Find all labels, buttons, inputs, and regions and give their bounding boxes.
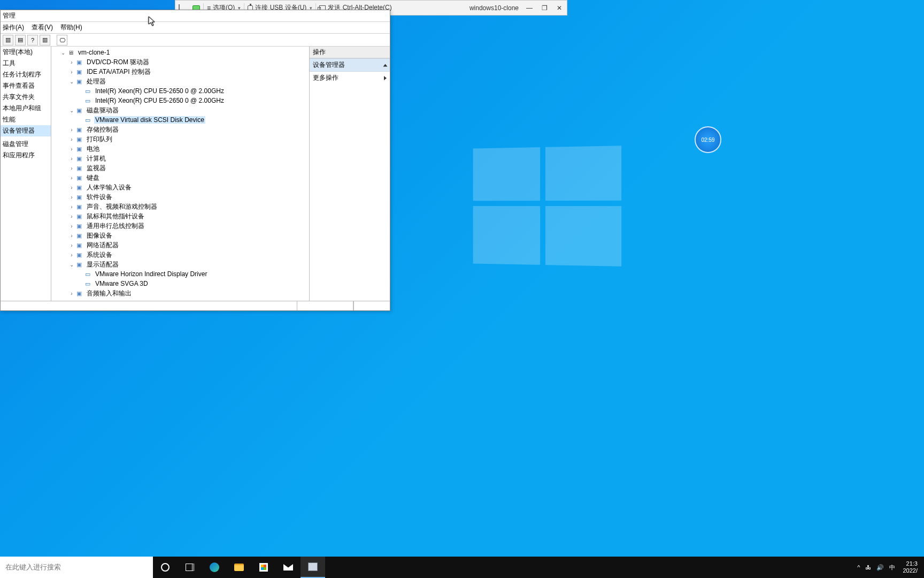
tree-category-node[interactable]: ›▣打印队列 bbox=[51, 134, 309, 144]
vmware-vm-title: windows10-clone bbox=[466, 1, 522, 15]
tray-ime-indicator[interactable]: 中 bbox=[889, 564, 895, 572]
tree-category-node[interactable]: ⌄▣处理器 bbox=[51, 77, 309, 86]
expand-toggle[interactable]: › bbox=[68, 233, 75, 239]
tree-category-node[interactable]: ⌄▣磁盘驱动器 bbox=[51, 105, 309, 115]
expand-toggle[interactable]: ⌄ bbox=[68, 108, 75, 113]
menu-help[interactable]: 帮助(H) bbox=[60, 23, 82, 32]
expand-toggle[interactable]: › bbox=[68, 214, 75, 219]
taskbar-cortana-button[interactable] bbox=[153, 557, 178, 578]
tree-device-label: VMware Horizon Indirect Display Driver bbox=[94, 270, 208, 278]
expand-toggle[interactable]: › bbox=[68, 69, 75, 75]
tree-root-node[interactable]: ⌄🖥vm-clone-1 bbox=[51, 48, 309, 57]
tree-device-node[interactable]: ▭VMware Horizon Indirect Display Driver bbox=[51, 269, 309, 279]
expand-toggle[interactable]: › bbox=[68, 136, 75, 142]
tree-category-node[interactable]: ›▣网络适配器 bbox=[51, 240, 309, 250]
vmware-minimize-button[interactable]: — bbox=[522, 1, 537, 15]
expand-toggle[interactable]: › bbox=[68, 204, 75, 210]
tray-volume-icon[interactable]: 🔊 bbox=[876, 564, 884, 571]
toolbar-button-2[interactable]: ▤ bbox=[15, 35, 26, 45]
tray-chevron-icon[interactable]: ^ bbox=[857, 564, 860, 571]
tree-category-node[interactable]: ›▣鼠标和其他指针设备 bbox=[51, 211, 309, 221]
expand-toggle[interactable]: › bbox=[68, 127, 75, 133]
tree-category-node[interactable]: ›▣人体学输入设备 bbox=[51, 182, 309, 192]
toolbar-button-3[interactable]: ? bbox=[27, 35, 38, 45]
taskbar-store-button[interactable] bbox=[251, 557, 276, 578]
left-nav-item[interactable]: 本地用户和组 bbox=[1, 103, 51, 114]
menu-action[interactable]: 操作(A) bbox=[3, 23, 24, 32]
tree-category-node[interactable]: ›▣监视器 bbox=[51, 163, 309, 173]
device-category-icon: ▣ bbox=[75, 184, 83, 191]
left-nav-pane[interactable]: 管理(本地)工具任务计划程序事件查看器共享文件夹本地用户和组性能设备管理器磁盘管… bbox=[1, 47, 51, 301]
tree-category-label: 鼠标和其他指针设备 bbox=[86, 212, 145, 221]
tree-device-node[interactable]: ▭VMware Virtual disk SCSI Disk Device bbox=[51, 115, 309, 125]
tree-category-node[interactable]: ›▣声音、视频和游戏控制器 bbox=[51, 202, 309, 211]
vmware-restore-button[interactable]: ❐ bbox=[537, 1, 552, 15]
expand-toggle[interactable]: › bbox=[68, 59, 75, 65]
taskbar-edge-button[interactable] bbox=[202, 557, 227, 578]
tree-device-node[interactable]: ▭VMware SVGA 3D bbox=[51, 279, 309, 288]
expand-toggle[interactable]: › bbox=[68, 252, 75, 258]
actions-pane-more[interactable]: 更多操作 bbox=[310, 72, 390, 84]
expand-toggle[interactable]: ⌄ bbox=[60, 50, 66, 56]
toolbar-button-4[interactable]: ▥ bbox=[40, 35, 50, 45]
left-nav-item[interactable]: 任务计划程序 bbox=[1, 69, 51, 80]
tree-category-node[interactable]: ›▣计算机 bbox=[51, 154, 309, 163]
actions-pane-context[interactable]: 设备管理器 bbox=[310, 58, 390, 72]
vmware-close-button[interactable]: ✕ bbox=[552, 1, 567, 15]
tree-category-node[interactable]: ⌄▣显示适配器 bbox=[51, 260, 309, 269]
tree-category-node[interactable]: ›▣键盘 bbox=[51, 173, 309, 182]
tray-clock[interactable]: 21:3 2022/ bbox=[900, 560, 920, 574]
expand-toggle[interactable]: › bbox=[68, 194, 75, 200]
left-nav-item[interactable]: 设备管理器 bbox=[1, 125, 51, 136]
left-nav-item[interactable]: 工具 bbox=[1, 58, 51, 69]
window-title-text: 管理 bbox=[3, 11, 16, 20]
device-tree-pane[interactable]: ⌄🖥vm-clone-1›▣DVD/CD-ROM 驱动器›▣IDE ATA/AT… bbox=[51, 47, 310, 301]
tree-category-node[interactable]: ›▣图像设备 bbox=[51, 231, 309, 240]
tree-device-label: Intel(R) Xeon(R) CPU E5-2650 0 @ 2.00GHz bbox=[94, 87, 225, 95]
chevron-right-icon bbox=[384, 76, 387, 80]
expand-toggle[interactable]: › bbox=[68, 185, 75, 191]
tray-network-icon[interactable]: 🖧 bbox=[865, 564, 871, 571]
tree-category-node[interactable]: ›▣通用串行总线控制器 bbox=[51, 221, 309, 231]
expand-toggle[interactable]: ⌄ bbox=[68, 79, 75, 85]
taskbar-explorer-button[interactable] bbox=[227, 557, 251, 578]
taskbar-mgmt-button[interactable] bbox=[301, 557, 325, 578]
left-nav-item[interactable]: 管理(本地) bbox=[1, 47, 51, 58]
expand-toggle[interactable]: › bbox=[68, 223, 75, 229]
tree-category-node[interactable]: ›▣DVD/CD-ROM 驱动器 bbox=[51, 57, 309, 67]
expand-toggle[interactable]: › bbox=[68, 175, 75, 181]
left-nav-item[interactable]: 磁盘管理 bbox=[1, 139, 51, 150]
tree-device-node[interactable]: ▭Intel(R) Xeon(R) CPU E5-2650 0 @ 2.00GH… bbox=[51, 96, 309, 105]
expand-toggle[interactable]: › bbox=[68, 291, 75, 296]
tree-category-node[interactable]: ›▣系统设备 bbox=[51, 250, 309, 260]
expand-toggle[interactable]: ⌄ bbox=[68, 262, 75, 268]
tree-device-node[interactable]: ▭Intel(R) Xeon(R) CPU E5-2650 0 @ 2.00GH… bbox=[51, 86, 309, 96]
taskbar-search[interactable]: 在此键入进行搜索 bbox=[0, 557, 153, 578]
taskbar-mail-button[interactable] bbox=[276, 557, 301, 578]
left-nav-item[interactable]: 事件查看器 bbox=[1, 80, 51, 92]
expand-toggle[interactable]: › bbox=[68, 242, 75, 248]
menu-view[interactable]: 查看(V) bbox=[32, 23, 53, 32]
toolbar-button-1[interactable]: ▥ bbox=[3, 35, 13, 45]
tree-category-node[interactable]: ›▣存储控制器 bbox=[51, 125, 309, 134]
toolbar-button-monitor[interactable]: 🖵 bbox=[57, 35, 67, 45]
computer-management-window: 管理 操作(A) 查看(V) 帮助(H) ▥ ▤ ? ▥ 🖵 管理(本地)工具任… bbox=[0, 10, 390, 311]
taskview-icon bbox=[186, 564, 194, 571]
clock-widget[interactable]: 02:59 bbox=[695, 126, 721, 153]
tree-category-label: 磁盘驱动器 bbox=[86, 106, 120, 115]
left-nav-item[interactable]: 共享文件夹 bbox=[1, 92, 51, 103]
expand-toggle[interactable]: › bbox=[68, 165, 75, 171]
expand-toggle[interactable]: › bbox=[68, 156, 75, 162]
expand-toggle[interactable]: › bbox=[68, 146, 75, 152]
tree-category-node[interactable]: ›▣音频输入和输出 bbox=[51, 288, 309, 298]
left-nav-item[interactable]: 和应用程序 bbox=[1, 150, 51, 161]
tree-category-node[interactable]: ›▣电池 bbox=[51, 144, 309, 154]
taskbar-taskview-button[interactable] bbox=[178, 557, 202, 578]
tree-category-node[interactable]: ›▣软件设备 bbox=[51, 192, 309, 202]
device-icon: ▭ bbox=[83, 116, 92, 124]
system-tray[interactable]: ^ 🖧 🔊 中 21:3 2022/ bbox=[853, 560, 924, 574]
window-title-bar[interactable]: 管理 bbox=[1, 10, 390, 22]
tree-category-node[interactable]: ›▣IDE ATA/ATAPI 控制器 bbox=[51, 67, 309, 77]
taskbar: 在此键入进行搜索 ^ 🖧 🔊 中 21:3 2022/ bbox=[0, 557, 924, 578]
left-nav-item[interactable]: 性能 bbox=[1, 114, 51, 125]
